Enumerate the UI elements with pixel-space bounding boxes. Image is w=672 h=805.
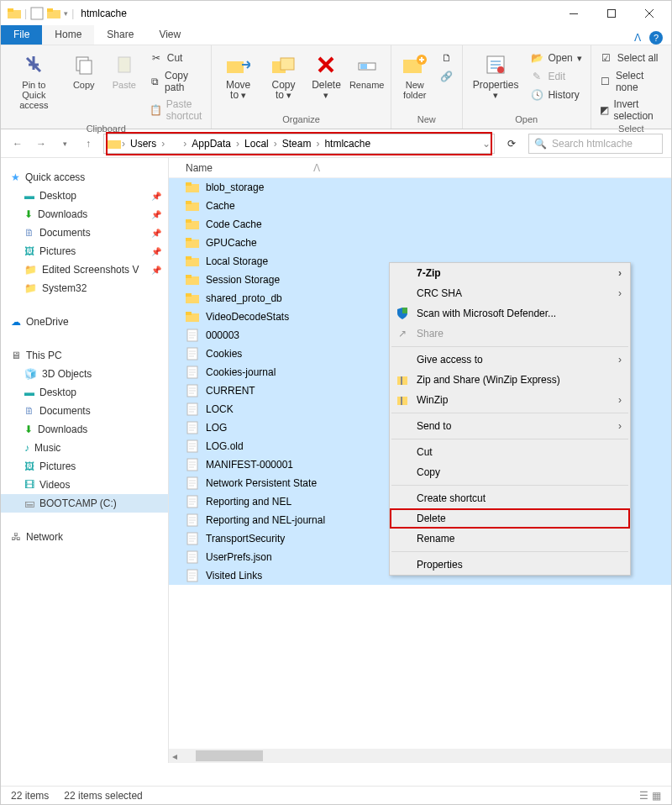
qat-dropdown-icon[interactable]: ▾ [64, 9, 68, 18]
home-tab[interactable]: Home [42, 25, 94, 45]
open-button[interactable]: 📂Open ▾ [527, 50, 585, 66]
context-menu: 7-Zip›CRC SHA›Scan with Microsoft Defend… [389, 262, 631, 576]
easy-access-button[interactable]: 🔗 [437, 68, 457, 85]
list-item[interactable]: Cache [169, 197, 671, 215]
context-share[interactable]: ↗Share [390, 324, 630, 344]
sidebar-item-pictures2[interactable]: 🖼Pictures [1, 457, 168, 476]
svg-rect-9 [118, 57, 130, 72]
history-button[interactable]: 🕓History [527, 87, 585, 103]
copy-path-button[interactable]: ⧉Copy path [146, 68, 207, 95]
sidebar-item-pictures[interactable]: 🖼Pictures📌 [1, 242, 168, 260]
new-item-button[interactable]: 🗋 [437, 50, 457, 66]
sidebar-item-videos[interactable]: 🎞Videos [1, 476, 168, 494]
copy-button[interactable]: Copy [66, 48, 102, 93]
maximize-button[interactable] [592, 2, 630, 25]
qat-folder-icon[interactable] [47, 7, 60, 20]
pin-quick-access-button[interactable]: Pin to Quick access [6, 48, 62, 113]
context-zip-and-share-winzip-express-[interactable]: Zip and Share (WinZip Express) [390, 370, 630, 390]
column-header[interactable]: Nameᐱ [169, 158, 671, 178]
context-winzip[interactable]: WinZip› [390, 390, 630, 410]
crumb-htmlcache[interactable]: htmlcache [320, 138, 375, 150]
crumb-local[interactable]: Local [240, 138, 273, 150]
edit-button[interactable]: ✎Edit [527, 68, 585, 85]
cloud-icon: ☁ [11, 316, 21, 328]
sidebar-item-documents2[interactable]: 🗎Documents [1, 402, 168, 420]
context-give-access-to[interactable]: Give access to› [390, 350, 630, 370]
minimize-button[interactable] [554, 2, 592, 25]
sidebar-item-music[interactable]: ♪Music [1, 439, 168, 457]
details-view-icon[interactable]: ☰ [639, 790, 648, 802]
sidebar-item-3dobjects[interactable]: 🧊3D Objects [1, 365, 168, 383]
sidebar-item-downloads2[interactable]: ⬇Downloads [1, 420, 168, 439]
crumb-steam[interactable]: Steam [278, 138, 316, 150]
qat-checkbox-icon[interactable] [30, 7, 44, 20]
context-copy[interactable]: Copy [390, 462, 630, 482]
crumb-users[interactable]: Users [126, 138, 160, 150]
list-item[interactable]: blob_storage [169, 178, 671, 197]
context-crc-sha[interactable]: CRC SHA› [390, 283, 630, 303]
sidebar-item-screenshots[interactable]: 📁Edited Screenshots V📌 [1, 260, 168, 279]
svg-rect-29 [186, 256, 192, 260]
search-input[interactable]: 🔍 Search htmlcache [528, 134, 663, 154]
breadcrumb-dropdown-icon[interactable]: ⌄ [482, 138, 491, 150]
scissors-icon: ✂ [150, 51, 163, 65]
file-name: Cache [206, 200, 235, 212]
rename-button[interactable]: Rename [349, 48, 386, 93]
new-folder-button[interactable]: New folder [396, 48, 433, 103]
file-icon [186, 476, 199, 490]
up-button[interactable]: ↑ [80, 138, 97, 150]
select-all-button[interactable]: ☑Select all [596, 50, 666, 66]
share-tab[interactable]: Share [94, 25, 146, 45]
refresh-button[interactable]: ⟳ [501, 138, 522, 150]
network[interactable]: 🖧Network [1, 528, 168, 546]
pc-icon: 🖥 [11, 350, 21, 361]
quick-access[interactable]: ★Quick access [1, 168, 168, 187]
context-create-shortcut[interactable]: Create shortcut [390, 488, 630, 508]
context-delete[interactable]: Delete [390, 508, 630, 529]
help-icon[interactable]: ? [649, 31, 663, 45]
sidebar-item-desktop2[interactable]: ▬Desktop [1, 383, 168, 402]
qat-separator: | [24, 8, 27, 19]
context-cut[interactable]: Cut [390, 442, 630, 462]
select-none-button[interactable]: ☐Select none [596, 68, 666, 95]
context-scan-with-microsoft-defender-[interactable]: Scan with Microsoft Defender... [390, 303, 630, 324]
list-item[interactable]: Code Cache [169, 215, 671, 234]
breadcrumb[interactable]: › Users› › AppData› Local› Steam› htmlca… [103, 134, 495, 154]
context-properties[interactable]: Properties [390, 555, 630, 575]
tiles-view-icon[interactable]: ▦ [652, 790, 661, 802]
chevron-right-icon: › [618, 267, 622, 279]
onedrive[interactable]: ☁OneDrive [1, 313, 168, 331]
sidebar-item-desktop[interactable]: ▬Desktop📌 [1, 187, 168, 205]
horizontal-scrollbar[interactable]: ◂ [169, 749, 671, 763]
copy-to-button[interactable]: Copy to ▾ [263, 48, 304, 103]
paste-button[interactable]: Paste [106, 48, 143, 93]
paste-shortcut-button[interactable]: 📋Paste shortcut [146, 97, 207, 124]
pictures-icon: 🖼 [24, 245, 34, 257]
forward-button[interactable]: → [33, 138, 50, 150]
sidebar-item-downloads[interactable]: ⬇Downloads📌 [1, 205, 168, 224]
invert-selection-button[interactable]: ◩Invert selection [596, 97, 666, 124]
move-to-button[interactable]: Move to ▾ [217, 48, 259, 103]
file-name: 000003 [206, 329, 239, 341]
close-button[interactable] [630, 2, 668, 25]
back-button[interactable]: ← [9, 138, 26, 150]
chevron-icon[interactable]: › [122, 138, 125, 150]
this-pc[interactable]: 🖥This PC [1, 346, 168, 365]
collapse-ribbon-icon[interactable]: ᐱ [634, 32, 641, 44]
cut-button[interactable]: ✂Cut [146, 50, 207, 66]
properties-button[interactable]: Properties ▾ [468, 48, 524, 103]
sidebar-item-system32[interactable]: 📁System32 [1, 279, 168, 297]
list-item[interactable]: GPUCache [169, 234, 671, 252]
sidebar-item-documents[interactable]: 🗎Documents📌 [1, 224, 168, 242]
delete-button[interactable]: Delete ▾ [307, 48, 344, 103]
sidebar-item-bootcamp[interactable]: 🖴BOOTCAMP (C:) [1, 494, 168, 513]
context--zip[interactable]: 7-Zip› [390, 263, 630, 283]
context-rename[interactable]: Rename [390, 529, 630, 549]
crumb-appdata[interactable]: AppData [187, 138, 235, 150]
svg-point-18 [497, 66, 504, 73]
file-tab[interactable]: File [1, 25, 42, 45]
recent-dropdown[interactable]: ▾ [56, 139, 73, 148]
context-send-to[interactable]: Send to› [390, 416, 630, 436]
svg-rect-6 [607, 10, 615, 18]
view-tab[interactable]: View [146, 25, 193, 45]
